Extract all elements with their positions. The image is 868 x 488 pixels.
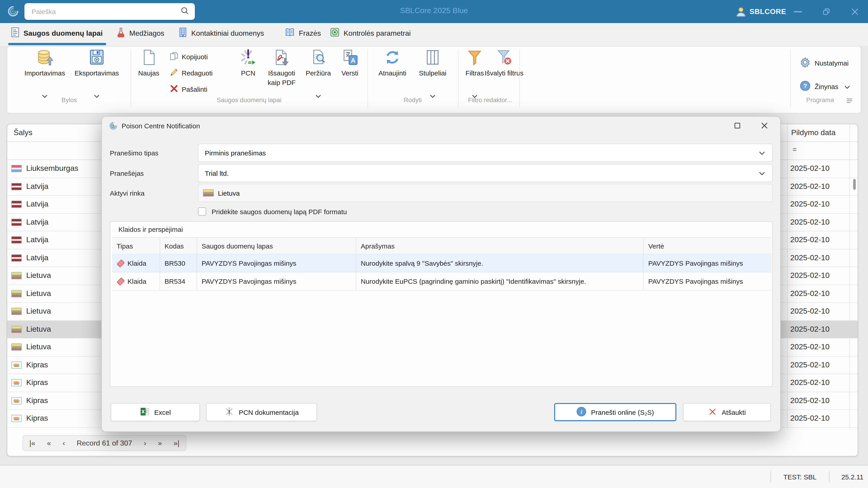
country-name: Latvija bbox=[26, 218, 49, 227]
error-row[interactable]: KlaidaBR534PAVYZDYS Pavojingas mišinysNu… bbox=[112, 272, 771, 291]
refresh-button[interactable]: Atnaujinti bbox=[372, 48, 413, 78]
translate-icon: A bbox=[330, 48, 370, 67]
notification-type-dropdown[interactable]: Pirminis pranešimas bbox=[198, 144, 773, 162]
cy-flag-icon bbox=[11, 379, 22, 387]
columns-button[interactable]: Stulpeliai bbox=[412, 48, 453, 78]
country-name: Liuksemburgas bbox=[26, 164, 79, 173]
dialog-close-button[interactable] bbox=[761, 122, 768, 131]
save-as-pdf-button[interactable]: Išsaugoti kaip PDF bbox=[261, 48, 302, 87]
database-upload-icon bbox=[20, 48, 70, 67]
col-saugos-duomenu-lapas[interactable]: Saugos duomenų lapas bbox=[197, 238, 356, 254]
close-button[interactable] bbox=[848, 5, 862, 18]
dialog-app-icon bbox=[109, 122, 118, 132]
button-label: Kopijuoti bbox=[182, 53, 208, 60]
minimize-button[interactable] bbox=[791, 5, 805, 18]
lu-flag-icon bbox=[11, 165, 22, 172]
button-label: Versti bbox=[330, 68, 370, 78]
groupbox-title: Klaidos ir perspėjimai bbox=[119, 225, 183, 233]
pencil-icon bbox=[169, 68, 179, 78]
prev-record-button[interactable]: ‹ bbox=[63, 439, 65, 447]
fill-date: 2025-02-10 bbox=[790, 218, 830, 227]
chevron-down-icon[interactable] bbox=[759, 169, 765, 177]
errors-table-header[interactable]: Tipas Kodas Saugos duomenų lapas Aprašym… bbox=[112, 237, 771, 254]
restore-button[interactable] bbox=[819, 5, 833, 18]
error-type-cell: Klaida bbox=[112, 254, 160, 272]
fill-date: 2025-02-10 bbox=[790, 379, 830, 387]
cancel-button[interactable]: Atšaukti bbox=[683, 403, 771, 421]
chevron-down-icon bbox=[844, 83, 850, 90]
submit-online-button[interactable]: i Pranešti online (S₂S) bbox=[554, 403, 676, 421]
info-icon: i bbox=[577, 406, 587, 418]
user-account-label[interactable]: SBLCORE bbox=[749, 8, 786, 16]
button-label: Excel bbox=[154, 408, 170, 416]
new-button[interactable]: Naujas bbox=[128, 48, 169, 78]
tab-label: Medžiagos bbox=[129, 29, 164, 37]
fast-prev-button[interactable]: « bbox=[47, 439, 51, 447]
user-icon[interactable] bbox=[736, 6, 746, 19]
status-divider bbox=[829, 471, 830, 482]
column-header-pildymo-data[interactable]: Pildymo data bbox=[791, 128, 836, 137]
error-row[interactable]: KlaidaBR530PAVYZDYS Pavojingas mišinysNu… bbox=[112, 254, 771, 272]
lt-flag-icon bbox=[11, 272, 22, 280]
lt-flag-icon bbox=[11, 344, 22, 351]
country-name: Latvija bbox=[26, 254, 49, 263]
tab-label: Kontaktiniai duomenys bbox=[191, 29, 264, 37]
col-aprasymas[interactable]: Aprašymas bbox=[356, 238, 644, 254]
red-x-icon bbox=[169, 84, 179, 94]
dialog-maximize-button[interactable] bbox=[734, 122, 741, 131]
delete-button[interactable]: Pašalinti bbox=[169, 84, 207, 94]
settings-button[interactable]: Nustatymai bbox=[800, 57, 848, 69]
last-record-button[interactable]: »| bbox=[174, 439, 180, 447]
pcn-documentation-button[interactable]: PCN dokumentacija bbox=[206, 403, 317, 421]
lv-flag-icon bbox=[11, 219, 22, 226]
tab-label: Saugos duomenų lapai bbox=[24, 29, 103, 37]
tab-label: Kontrolės parametrai bbox=[344, 29, 411, 37]
button-label: Importavimas bbox=[20, 68, 70, 78]
vertical-scrollbar[interactable] bbox=[853, 179, 856, 190]
help-button[interactable]: ? Žinynas bbox=[800, 80, 850, 93]
fill-date: 2025-02-10 bbox=[790, 236, 830, 245]
active-market-value: Lietuva bbox=[218, 189, 240, 197]
active-market-label: Aktyvi rinka bbox=[110, 189, 145, 197]
excel-button[interactable]: Excel bbox=[111, 403, 200, 421]
col-verte[interactable]: Vertė bbox=[644, 238, 771, 254]
first-record-button[interactable]: |« bbox=[29, 439, 35, 447]
tab-kontaktiniai-duomenys[interactable]: Kontaktiniai duomenys bbox=[179, 23, 264, 43]
copy-button[interactable]: Kopijuoti bbox=[169, 51, 208, 62]
edit-button[interactable]: Redaguoti bbox=[169, 67, 213, 78]
dropdown-value: Trial ltd. bbox=[205, 169, 229, 177]
country-name: Kipras bbox=[26, 379, 48, 387]
next-record-button[interactable]: › bbox=[144, 439, 146, 447]
attach-pdf-checkbox-label[interactable]: Pridėkite saugos duomenų lapą PDF format… bbox=[212, 208, 347, 216]
excel-icon bbox=[140, 406, 150, 418]
error-diamond-icon bbox=[117, 277, 125, 285]
button-label: Redaguoti bbox=[182, 69, 213, 76]
filter-equals-operator[interactable]: = bbox=[793, 145, 797, 154]
fast-next-button[interactable]: » bbox=[158, 439, 162, 447]
column-header-salys[interactable]: Šalys bbox=[13, 128, 32, 137]
export-button[interactable]: Eksportavimas bbox=[72, 48, 122, 78]
col-kodas[interactable]: Kodas bbox=[160, 238, 197, 254]
tab-saugos-duomenu-lapai[interactable]: Saugos duomenų lapai bbox=[11, 23, 103, 43]
import-button[interactable]: Importavimas bbox=[20, 48, 70, 78]
copy-icon bbox=[169, 51, 179, 62]
chevron-down-icon[interactable] bbox=[759, 149, 765, 157]
fill-date: 2025-02-10 bbox=[790, 254, 830, 263]
group-dialog-launcher-icon[interactable] bbox=[846, 97, 852, 105]
fill-date: 2025-02-10 bbox=[790, 271, 830, 281]
tab-kontroles-parametrai[interactable]: Kontrolės parametrai bbox=[330, 23, 411, 43]
error-sheet: PAVYZDYS Pavojingas mišinys bbox=[197, 254, 356, 272]
error-value: PAVYZDYS Pavojingas mišinys bbox=[644, 272, 771, 290]
error-code: BR534 bbox=[160, 272, 197, 290]
error-diamond-icon bbox=[117, 259, 125, 267]
translate-button[interactable]: A Versti bbox=[330, 48, 370, 78]
notifier-dropdown[interactable]: Trial ltd. bbox=[198, 164, 773, 182]
tab-frazes[interactable]: Frazės bbox=[285, 23, 321, 43]
attach-pdf-checkbox[interactable] bbox=[198, 207, 206, 216]
question-icon: ? bbox=[800, 80, 811, 93]
tab-medziagos[interactable]: Medžiagos bbox=[117, 23, 164, 43]
group-label-saugos: Saugos duomenų lapai bbox=[199, 96, 299, 103]
col-tipas[interactable]: Tipas bbox=[112, 238, 160, 254]
clear-filters-button[interactable]: Išvalyti filtrus bbox=[484, 48, 524, 78]
group-label-filtro: Filtro redaktor... bbox=[440, 96, 540, 103]
